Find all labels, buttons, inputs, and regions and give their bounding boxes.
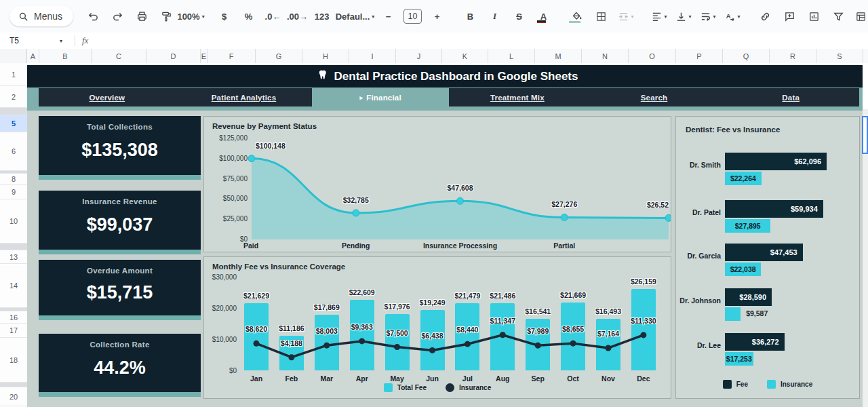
tab-financial[interactable]: ▸Financial [312, 88, 449, 106]
row-header-20[interactable]: 20 [0, 387, 27, 406]
kpi-card-collection-rate: Collection Rate44.2% [39, 334, 201, 397]
row-header-13[interactable]: 13 [0, 250, 27, 264]
insert-link-button[interactable] [754, 7, 776, 26]
row-header-5[interactable]: 5 [0, 115, 27, 132]
row-header-2[interactable]: 2 [0, 86, 27, 108]
print-button[interactable] [131, 7, 153, 26]
comment-icon [784, 11, 795, 22]
horizontal-align-button[interactable]: ▾ [648, 7, 670, 26]
column-header-J[interactable]: J [396, 49, 442, 63]
redo-button[interactable] [106, 7, 129, 26]
data-point-label: $26,52 [610, 201, 669, 209]
y-axis-tick: $50,000 [205, 195, 248, 202]
font-size-button[interactable]: 10 [401, 7, 424, 26]
menus-button[interactable]: Menus [9, 6, 73, 26]
tab-overview[interactable]: Overview [39, 88, 176, 106]
name-box[interactable]: T5 ▾ [0, 36, 68, 45]
italic-button[interactable]: I [484, 7, 506, 26]
row-header-17[interactable]: 17 [0, 324, 27, 338]
text-color-button[interactable]: A [532, 7, 555, 26]
insert-comment-button[interactable] [778, 7, 801, 26]
data-point-label: $100,148 [256, 142, 330, 150]
column-header-F[interactable]: F [208, 49, 256, 63]
borders-button[interactable] [590, 7, 612, 26]
table-button[interactable]: ▾ [852, 7, 868, 26]
row-header-12[interactable] [0, 244, 27, 250]
column-header-A[interactable]: A [27, 49, 39, 63]
create-filter-button[interactable] [827, 7, 850, 26]
chevron-down-icon: ▾ [738, 14, 741, 20]
decrease-decimal-button[interactable]: .0← [262, 7, 284, 26]
font-family-button[interactable]: Defaul...▾ [344, 7, 366, 26]
column-header-D[interactable]: D [146, 49, 201, 63]
text-rotation-button[interactable]: A▾ [721, 7, 743, 26]
decrease-font-size-label: − [386, 12, 391, 22]
vertical-align-button[interactable]: ▾ [672, 7, 694, 26]
tab-search[interactable]: Search [586, 88, 723, 106]
corner-cell[interactable] [0, 49, 27, 63]
column-header-O[interactable]: O [629, 49, 676, 63]
merge-cells-button[interactable]: ▾ [614, 7, 637, 26]
data-point-label: $32,785 [326, 196, 387, 204]
column-header-L[interactable]: L [488, 49, 535, 63]
column-header-S[interactable]: S [816, 49, 863, 63]
column-header-H[interactable]: H [302, 49, 349, 63]
row-header-1[interactable]: 1 [0, 63, 27, 86]
format-currency-button[interactable]: $ [213, 7, 235, 26]
increase-decimal-button[interactable]: .00→ [286, 7, 309, 26]
column-header-I[interactable]: I [349, 49, 396, 63]
redo-icon [112, 11, 123, 22]
row-header-4[interactable] [0, 108, 27, 115]
legend-fee: Fee [723, 380, 748, 389]
insurance-value-label: $17,253 [726, 355, 752, 363]
legend-insurance: Insurance [767, 380, 812, 389]
insurance-bar [725, 307, 741, 321]
row-header-10[interactable]: 10 [0, 199, 27, 244]
row-header-8[interactable]: 8 [0, 174, 27, 185]
column-header-B[interactable]: B [39, 49, 92, 63]
column-header-M[interactable]: M [535, 49, 582, 63]
decrease-font-size-button[interactable]: − [377, 7, 399, 26]
fill-color-button[interactable] [566, 7, 588, 26]
search-icon [18, 11, 29, 22]
insert-chart-button[interactable] [803, 7, 825, 26]
row-header-18[interactable]: 18 [0, 338, 27, 383]
undo-button[interactable] [82, 7, 104, 26]
increase-font-size-button[interactable]: + [426, 7, 448, 26]
bold-button[interactable]: B [459, 7, 481, 26]
format-percent-button[interactable]: % [237, 7, 260, 26]
menus-label: Menus [34, 11, 62, 22]
row-header-collapsed[interactable] [0, 383, 27, 387]
column-header-P[interactable]: P [676, 49, 723, 63]
column-header-G[interactable]: G [256, 49, 302, 63]
zoom-select-button[interactable]: 100%▾ [180, 7, 202, 26]
month-label: Jun [416, 374, 450, 383]
x-axis-category: Partial [517, 241, 612, 250]
legend-swatch-dark [446, 383, 454, 392]
row-header-9[interactable]: 9 [0, 185, 27, 199]
column-header-C[interactable]: C [92, 49, 146, 63]
column-header-Q[interactable]: Q [723, 49, 770, 63]
tab-treatment-mix[interactable]: Treatment Mix [449, 88, 586, 106]
more-formats-button[interactable]: 123 [311, 7, 333, 26]
tab-data[interactable]: Data [722, 88, 859, 106]
scrollbar-thumb[interactable] [862, 116, 868, 154]
row-header-14[interactable]: 14 [0, 264, 27, 308]
legend-swatch-cyan [767, 380, 776, 389]
fee-bar: $28,590 [725, 288, 772, 306]
text-wrap-button[interactable]: ▾ [696, 7, 719, 26]
column-header-E[interactable]: E [201, 49, 208, 63]
paint-format-button[interactable] [155, 7, 178, 26]
chart-title: Dentist: Fee vs Insurance [686, 125, 780, 134]
row-header-6[interactable]: 6 [0, 132, 27, 171]
column-header-R[interactable]: R [770, 49, 816, 63]
tab-patient-analytics[interactable]: Patient Analytics [176, 88, 313, 106]
column-header-K[interactable]: K [442, 49, 488, 63]
strikethrough-button[interactable]: S [508, 7, 530, 26]
row-header-16[interactable]: 16 [0, 311, 27, 324]
svg-text:A: A [726, 12, 730, 19]
insurance-value-label: $8,440 [443, 326, 491, 334]
format-percent-label: % [245, 12, 253, 22]
column-header-N[interactable]: N [582, 49, 629, 63]
legend-label: Insurance [459, 384, 491, 391]
